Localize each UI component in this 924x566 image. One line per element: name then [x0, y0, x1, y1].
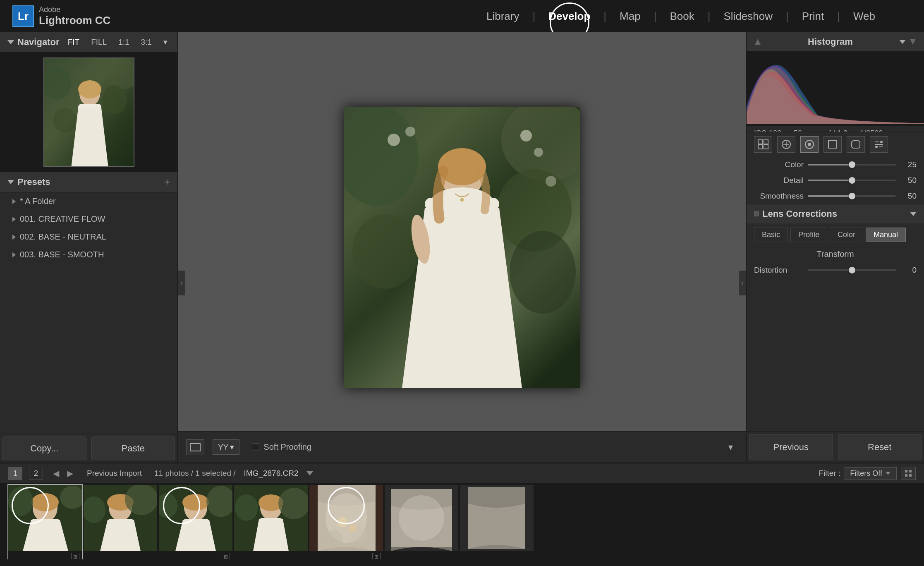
filmstrip-thumb-5[interactable]: ⊞ [309, 485, 383, 564]
tool-grid[interactable] [754, 136, 772, 153]
yy-button[interactable]: YY ▾ [213, 439, 239, 455]
nav-develop[interactable]: Develop [537, 6, 602, 27]
filmstrip-arrows: ◀ ▶ [50, 467, 76, 480]
smoothness-slider-track[interactable] [808, 195, 896, 197]
lens-tab-basic[interactable]: Basic [754, 228, 788, 242]
previous-button[interactable]: Previous [749, 434, 833, 460]
filmstrip-thumb-7[interactable] [460, 485, 534, 564]
tool-circle[interactable] [777, 136, 795, 153]
zoom-dropdown[interactable]: ▾ [161, 36, 170, 48]
grid-icon [757, 139, 769, 150]
filmstrip-arrow-right[interactable]: ▶ [64, 467, 76, 480]
nav-slideshow[interactable]: Slideshow [712, 6, 784, 27]
zoom-3to1[interactable]: 3:1 [139, 37, 154, 48]
svg-point-47 [880, 141, 883, 143]
toolbar-expand-button[interactable]: ▾ [723, 440, 738, 455]
tool-hsl[interactable] [800, 136, 819, 153]
tool-square[interactable] [823, 136, 842, 153]
lens-collapse-square[interactable] [754, 211, 759, 216]
left-panel-collapse[interactable]: ‹ [178, 271, 185, 295]
soft-proof-label: Soft Proofing [263, 442, 311, 452]
lens-tab-manual[interactable]: Manual [866, 228, 906, 242]
svg-rect-52 [909, 470, 912, 472]
distortion-label: Distortion [754, 266, 804, 275]
filename-dropdown-icon[interactable] [305, 469, 314, 478]
svg-point-15 [352, 214, 419, 289]
distortion-value: 0 [900, 266, 917, 275]
filmstrip-thumbnails: ⊞ [0, 483, 924, 566]
navigator-zoom-controls: FIT FILL 1:1 3:1 ▾ [65, 36, 170, 48]
right-panel-collapse[interactable]: › [739, 271, 746, 295]
paste-button[interactable]: Paste [91, 436, 175, 460]
zoom-fit[interactable]: FIT [65, 37, 82, 48]
presets-collapse-icon[interactable] [7, 180, 14, 184]
crop-tool[interactable] [186, 439, 204, 455]
svg-point-48 [875, 146, 878, 148]
detail-slider-thumb[interactable] [849, 177, 855, 184]
preset-item-0[interactable]: * A Folder [0, 192, 177, 210]
smoothness-slider-thumb[interactable] [849, 193, 855, 199]
filmstrip-thumb-6[interactable] [385, 485, 458, 564]
zoom-1to1[interactable]: 1:1 [116, 37, 132, 48]
soft-proof-checkbox[interactable] [252, 444, 259, 451]
svg-rect-42 [828, 141, 837, 148]
adjustments-section: Color 25 Detail 50 Smoothness [747, 157, 924, 431]
filmstrip-thumb-3[interactable]: ⊞ [159, 485, 232, 564]
nav-library[interactable]: Library [475, 6, 531, 27]
color-slider-thumb[interactable] [849, 161, 855, 168]
main-layout: Navigator FIT FILL 1:1 3:1 ▾ [0, 32, 924, 463]
nav-print[interactable]: Print [790, 6, 835, 27]
distortion-slider[interactable] [808, 269, 896, 271]
lens-tab-color[interactable]: Color [830, 228, 863, 242]
svg-point-88 [338, 517, 347, 527]
tool-icons-row [747, 132, 924, 157]
center-toolbar-right: ▾ [723, 440, 738, 455]
thumb-img-4 [234, 485, 308, 551]
filmstrip-grid-icon[interactable] [901, 467, 916, 480]
detail-slider-fill [808, 180, 852, 181]
detail-slider-track[interactable] [808, 180, 896, 181]
detail-label: Detail [754, 176, 804, 185]
nav-book[interactable]: Book [658, 6, 706, 27]
zoom-fill[interactable]: FILL [89, 37, 109, 48]
navigator-collapse-icon[interactable] [7, 40, 14, 44]
reset-button[interactable]: Reset [838, 434, 922, 460]
preset-item-2[interactable]: 002. BASE - NEUTRAL [0, 228, 177, 246]
copy-button[interactable]: Copy... [2, 436, 86, 460]
color-label: Color [754, 160, 804, 169]
navigator-header: Navigator FIT FILL 1:1 3:1 ▾ [0, 32, 177, 52]
color-slider-track[interactable] [808, 164, 896, 165]
presets-add-button[interactable]: + [164, 176, 170, 188]
svg-rect-53 [905, 474, 907, 477]
lens-tabs: Basic Profile Color Manual [747, 223, 924, 246]
tool-round-rect[interactable] [847, 136, 865, 153]
lens-tab-profile[interactable]: Profile [790, 228, 827, 242]
preset-arrow-icon [12, 199, 16, 204]
svg-point-89 [349, 524, 357, 532]
filter-dropdown-icon [885, 470, 891, 477]
histogram-header: Histogram [747, 32, 924, 51]
svg-rect-73 [183, 519, 209, 526]
filmstrip-thumb-1[interactable]: ⊞ [8, 485, 82, 564]
filmstrip-source: Previous Import [87, 469, 142, 478]
tone-slider-icon [873, 139, 885, 150]
histogram-collapse-icon[interactable] [899, 40, 906, 44]
nav-web[interactable]: Web [842, 6, 887, 27]
filmstrip-top-bar: 1 2 ◀ ▶ Previous Import 11 photos / 1 se… [0, 463, 924, 483]
filmstrip-page-1[interactable]: 1 [8, 467, 22, 480]
lens-corrections-section: Lens Corrections Basic Profile Color Man… [747, 204, 924, 278]
filmstrip-page-2[interactable]: 2 [29, 467, 43, 480]
filmstrip-thumb-4[interactable] [234, 485, 308, 564]
tool-slider[interactable] [870, 136, 888, 153]
svg-point-18 [405, 127, 415, 137]
preset-item-1[interactable]: 001. CREATIVE FLOW [0, 210, 177, 228]
preset-item-3[interactable]: 003. BASE - SMOOTH [0, 246, 177, 264]
distortion-thumb[interactable] [849, 267, 855, 273]
filter-dropdown[interactable]: Filters Off [845, 467, 897, 480]
center-panel: YY ▾ Soft Proofing ▾ [178, 32, 746, 463]
lens-collapse-icon[interactable] [910, 212, 917, 216]
nav-map[interactable]: Map [608, 6, 652, 27]
filmstrip-filename[interactable]: IMG_2876.CR2 [244, 469, 299, 478]
filmstrip-arrow-left[interactable]: ◀ [50, 467, 62, 480]
filmstrip-thumb-2[interactable] [84, 485, 157, 564]
